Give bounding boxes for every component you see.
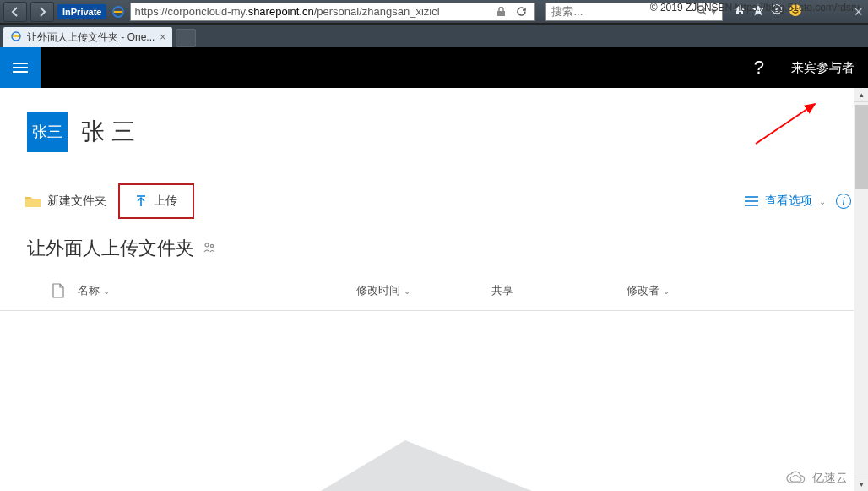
browser-tab[interactable]: 让外面人上传文件夹 - One... × <box>3 27 172 47</box>
inprivate-badge: InPrivate <box>57 4 106 19</box>
column-type[interactable] <box>27 283 78 298</box>
chevron-down-icon: ⌄ <box>103 286 110 296</box>
table-header-row: 名称 ⌄ 修改时间 ⌄ 共享 修改者 ⌄ <box>0 271 868 311</box>
svg-point-10 <box>210 244 213 247</box>
back-button[interactable] <box>3 2 27 22</box>
tab-close-button[interactable]: × <box>160 31 165 43</box>
user-display-name: 张 三 <box>81 116 135 148</box>
list-icon <box>745 196 758 206</box>
guest-participant-label[interactable]: 来宾参与者 <box>778 60 868 76</box>
scroll-up-button[interactable]: ▴ <box>854 88 868 102</box>
address-bar[interactable]: https://corponcloud-my.sharepoint.cn/per… <box>130 3 535 21</box>
chevron-down-icon: ⌄ <box>663 286 670 296</box>
column-name[interactable]: 名称 ⌄ <box>78 283 356 298</box>
hamburger-icon <box>13 63 28 73</box>
vertical-scrollbar[interactable]: ▴ ▾ <box>854 88 868 491</box>
tab-title: 让外面人上传文件夹 - One... <box>27 30 155 45</box>
help-button[interactable]: ? <box>741 57 778 79</box>
copyright-watermark: © 2019 ZJUNSEN https://blog.51cto.com/rd… <box>650 2 860 14</box>
file-icon <box>52 283 64 298</box>
info-button[interactable]: i <box>836 194 851 209</box>
window-close-button[interactable]: × <box>854 3 863 21</box>
chevron-down-icon: ⌄ <box>404 286 410 296</box>
new-folder-label: 新建文件夹 <box>47 194 106 209</box>
search-placeholder: 搜索... <box>551 4 583 19</box>
new-tab-button[interactable] <box>176 29 196 47</box>
sharepoint-header: ? 来宾参与者 <box>0 47 868 88</box>
upload-highlight-box: 上传 <box>118 183 194 219</box>
column-author[interactable]: 修改者 ⌄ <box>627 283 745 298</box>
upload-label: 上传 <box>154 194 177 209</box>
tab-strip: 让外面人上传文件夹 - One... × <box>0 24 868 47</box>
scroll-down-button[interactable]: ▾ <box>854 477 868 491</box>
lock-icon[interactable] <box>491 3 511 20</box>
refresh-icon[interactable] <box>511 3 531 20</box>
column-share[interactable]: 共享 <box>491 283 627 298</box>
view-options-button[interactable]: 查看选项 ⌄ <box>745 194 826 209</box>
svg-point-9 <box>205 243 209 247</box>
folder-title-row: 让外面人上传文件夹 <box>0 226 868 271</box>
share-icon[interactable] <box>203 242 216 256</box>
sharepoint-content: 张三 张 三 新建文件夹 上传 查看选项 ⌄ i 让外面人上传文件夹 <box>0 88 868 491</box>
folder-icon <box>25 195 41 207</box>
user-header: 张三 张 三 <box>0 88 868 176</box>
app-launcher-button[interactable] <box>0 47 41 88</box>
tab-favicon <box>10 30 22 45</box>
upload-icon <box>135 194 147 208</box>
svg-rect-1 <box>497 11 505 16</box>
new-folder-button[interactable]: 新建文件夹 <box>17 187 115 215</box>
ie-logo-icon <box>110 3 127 20</box>
forward-button[interactable] <box>30 2 54 22</box>
url-text: https://corponcloud-my.sharepoint.cn/per… <box>134 5 439 18</box>
command-bar: 新建文件夹 上传 查看选项 ⌄ i <box>0 176 868 226</box>
brand-watermark: 亿速云 <box>785 471 848 486</box>
user-avatar-tile: 张三 <box>27 112 68 152</box>
cloud-icon <box>785 471 807 486</box>
scroll-thumb[interactable] <box>855 105 868 189</box>
column-modified[interactable]: 修改时间 ⌄ <box>356 283 491 298</box>
view-options-label: 查看选项 <box>765 194 812 209</box>
brand-text: 亿速云 <box>812 471 848 486</box>
chevron-down-icon: ⌄ <box>819 197 826 206</box>
background-decoration <box>321 440 532 491</box>
upload-button[interactable]: 上传 <box>127 187 186 215</box>
folder-title: 让外面人上传文件夹 <box>27 236 194 261</box>
